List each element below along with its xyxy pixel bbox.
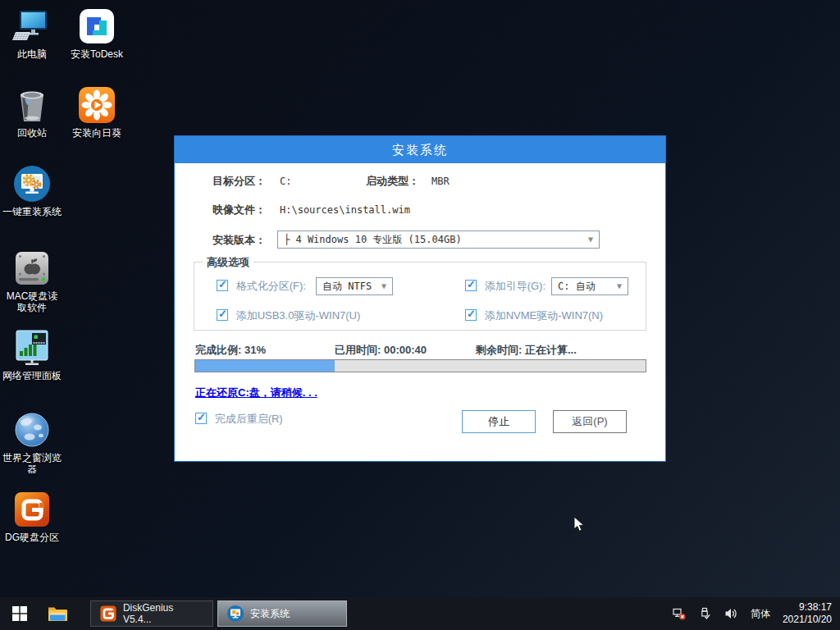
install-version-dropdown[interactable]: ├ 4 Windows 10 专业版 (15.04GB) ▼ [277,231,600,249]
taskbar-clock[interactable]: 9:38:17 2021/10/20 [783,601,832,626]
desktop: { "desktop": { "icons": [ { "name": "thi… [0,0,840,630]
start-button[interactable] [0,597,39,630]
usb3-driver-option: 添加USB3.0驱动-WIN7(U) [217,308,360,323]
taskbar-window-diskgenius[interactable]: DiskGenius V5.4... [90,600,213,627]
clock-date: 2021/10/20 [783,614,832,626]
desktop-icon-world-window-browser[interactable]: 世界之窗浏览器 [0,410,64,475]
boot-type-value: MBR [431,176,450,187]
recycle-bin-icon [12,85,52,125]
format-type-value: 自动 NTFS [322,281,372,292]
globe-browser-icon [12,410,52,450]
add-boot-label: 添加引导(G): [485,280,546,292]
advanced-options-title: 高级选项 [203,255,253,270]
taskbar-window-install-system[interactable]: 安装系统 [217,600,347,627]
file-explorer-button[interactable] [39,597,75,630]
reboot-checkbox[interactable] [195,413,207,424]
reboot-option: 完成后重启(R) [195,412,283,427]
boot-target-dropdown[interactable]: C: 自动 ▼ [551,277,628,295]
format-partition-label: 格式化分区(F): [236,280,306,292]
desktop-icon-label: 安装ToDesk [65,48,129,60]
mouse-cursor [573,516,585,532]
format-partition-checkbox[interactable] [217,280,228,291]
diskgenius-icon [12,490,52,529]
boot-target-value: C: 自动 [558,281,596,292]
usb3-driver-label: 添加USB3.0驱动-WIN7(U) [236,309,361,322]
network-disconnected-icon[interactable] [673,607,686,620]
desktop-icon-dg-partition[interactable]: DG硬盘分区 [0,490,64,543]
desktop-icon-label: DG硬盘分区 [0,532,64,543]
desktop-icon-label: 回收站 [0,127,64,139]
desktop-icon-one-click-reinstall[interactable]: 一键重装系统 [0,164,64,217]
reinstall-system-icon [12,164,52,203]
usb-eject-icon[interactable] [698,607,711,620]
network-panel-icon [12,328,52,368]
format-type-dropdown[interactable]: 自动 NTFS ▼ [316,277,393,295]
status-text: 正在还原C:盘，请稍候. . . [195,386,317,400]
diskgenius-icon [99,605,117,623]
desktop-icon-label: 安装向日葵 [65,127,129,139]
nvme-driver-checkbox[interactable] [465,309,477,321]
system-tray: 简体 9:38:17 2021/10/20 [673,601,840,626]
install-version-value: ├ 4 Windows 10 专业版 (15.04GB) [284,234,462,245]
chevron-down-icon: ▼ [588,231,593,248]
volume-icon[interactable] [724,607,738,620]
windows-logo-icon [12,606,27,621]
desktop-icon-recycle-bin[interactable]: 回收站 [0,85,64,139]
image-file-label: 映像文件： [212,203,266,217]
desktop-icon-label: 网络管理面板 [0,370,64,381]
desktop-icon-mac-disk-reader[interactable]: MAC硬盘读取软件 [0,249,64,313]
desktop-icon-label: 一键重装系统 [0,206,64,217]
desktop-icon-label: 此电脑 [0,48,64,60]
install-version-label: 安装版本： [212,233,266,248]
reboot-label: 完成后重启(R) [215,413,283,425]
file-explorer-icon [48,605,67,622]
desktop-icon-label: MAC硬盘读取软件 [5,290,59,313]
mac-disk-icon [12,249,52,288]
install-system-icon [226,605,244,623]
usb3-driver-checkbox[interactable] [217,309,228,321]
dialog-body: 目标分区： C: 启动类型： MBR 映像文件： H:\sources\inst… [175,163,665,462]
chevron-down-icon: ▼ [381,278,386,294]
progress-percent-text: 完成比例: 31% [195,343,266,358]
this-pc-icon [12,7,52,46]
nvme-driver-label: 添加NVME驱动-WIN7(N) [485,309,603,322]
desktop-icon-label: 世界之窗浏览器 [0,452,64,475]
stop-button[interactable]: 停止 [462,410,536,433]
boot-type-label: 启动类型： [366,174,419,189]
sunflower-icon [77,85,116,125]
add-boot-option: 添加引导(G): [465,279,546,294]
add-boot-checkbox[interactable] [465,280,477,291]
target-partition-label: 目标分区： [212,174,266,189]
clock-time: 9:38:17 [783,601,832,614]
desktop-icon-install-todesk[interactable]: 安装ToDesk [65,7,129,60]
install-system-dialog: 安装系统 目标分区： C: 启动类型： MBR 映像文件： H:\sources… [174,135,666,462]
taskbar: DiskGenius V5.4... 安装系统 [0,597,840,630]
remaining-time-text: 剩余时间: 正在计算... [476,343,577,358]
desktop-icon-this-pc[interactable]: 此电脑 [0,7,64,60]
taskbar-window-label: DiskGenius V5.4... [123,602,204,625]
image-file-value: H:\sources\install.wim [280,204,410,216]
desktop-icon-network-panel[interactable]: 网络管理面板 [0,328,64,381]
progress-fill [195,360,335,372]
chevron-down-icon: ▼ [617,278,622,294]
todesk-icon [77,7,116,46]
nvme-driver-option: 添加NVME驱动-WIN7(N) [465,308,603,323]
taskbar-window-label: 安装系统 [250,607,290,621]
progress-bar [194,359,646,372]
advanced-options-group: 高级选项 格式化分区(F): 自动 NTFS ▼ 添加引导(G): C: 自动 … [194,262,646,331]
back-button[interactable]: 返回(P) [553,410,627,433]
format-partition-option: 格式化分区(F): [217,279,306,294]
desktop-icon-install-sunflower[interactable]: 安装向日葵 [65,85,129,139]
dialog-titlebar[interactable]: 安装系统 [175,136,665,163]
elapsed-time-text: 已用时间: 00:00:40 [335,343,427,358]
target-partition-value: C: [280,176,291,187]
ime-indicator[interactable]: 简体 [751,607,770,621]
